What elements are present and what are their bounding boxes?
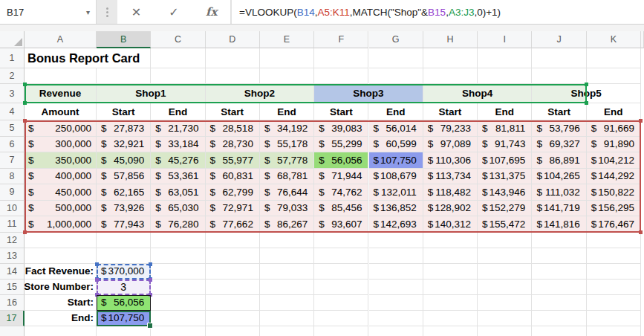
cell-K2[interactable] [587, 68, 641, 84]
cell-K17[interactable] [587, 311, 641, 326]
cell-D5[interactable]: $28,518 [206, 120, 260, 137]
cell-C16[interactable] [151, 295, 205, 311]
cell-H1[interactable] [423, 48, 478, 68]
cell-G10[interactable]: $136,852 [369, 201, 423, 217]
cell-H5[interactable]: $79,233 [423, 120, 478, 137]
cell-D8[interactable]: $60,831 [206, 169, 260, 185]
cell-H2[interactable] [423, 68, 478, 84]
cell-F16[interactable] [314, 295, 368, 311]
cell-F6[interactable]: $55,299 [314, 137, 368, 153]
cell-D17[interactable] [206, 311, 260, 326]
cell-G2[interactable] [369, 68, 423, 84]
row-header-17[interactable]: 17 [0, 311, 25, 326]
cell-A2[interactable] [25, 68, 97, 84]
cell-K18[interactable] [587, 326, 641, 336]
cell-I13[interactable] [478, 248, 532, 264]
cell-H8[interactable]: $113,734 [423, 169, 478, 185]
row-header-13[interactable]: 13 [0, 248, 25, 264]
cell-K11[interactable]: $176,467 [587, 216, 641, 233]
cell-C2[interactable] [151, 68, 205, 84]
cell-D7[interactable]: $55,977 [206, 152, 260, 169]
cell-I12[interactable] [478, 233, 532, 248]
cell-D10[interactable]: $72,971 [206, 201, 260, 217]
cell-A12[interactable] [25, 233, 97, 248]
name-box[interactable]: B17 ▾ [0, 0, 97, 24]
cell-I4[interactable]: End [478, 103, 532, 120]
cell-B16[interactable]: $56,056 [97, 295, 151, 311]
shop-header-Shop1[interactable]: Shop1 [97, 84, 206, 103]
cell-E7[interactable]: $57,778 [260, 152, 314, 169]
cell-F2[interactable] [314, 68, 368, 84]
col-header-C[interactable]: C [151, 31, 205, 48]
cell-E14[interactable] [260, 264, 314, 280]
cell-F13[interactable] [314, 248, 368, 264]
cell-F14[interactable] [314, 264, 368, 280]
cell-E9[interactable]: $76,644 [260, 184, 314, 201]
cell-G6[interactable]: $60,599 [369, 137, 423, 153]
cell-B10[interactable]: $73,926 [97, 201, 151, 217]
cell-J11[interactable]: $141,816 [532, 216, 586, 233]
cell-A11[interactable]: $1,000,000 [25, 216, 97, 233]
cell-I8[interactable]: $131,375 [478, 169, 532, 185]
cell-A8[interactable]: $400,000 [25, 169, 97, 185]
cell-D13[interactable] [206, 248, 260, 264]
cell-I6[interactable]: $91,743 [478, 137, 532, 153]
cell-J12[interactable] [532, 233, 586, 248]
cell-B13[interactable] [97, 248, 151, 264]
cell-A3[interactable]: Revenue [25, 84, 97, 103]
row-header-14[interactable]: 14 [0, 264, 25, 280]
cell-E10[interactable]: $79,033 [260, 201, 314, 217]
cell-C18[interactable] [151, 326, 205, 336]
cell-I1[interactable] [478, 48, 532, 68]
cell-J5[interactable]: $53,796 [532, 120, 586, 137]
cell-C10[interactable]: $65,030 [151, 201, 205, 217]
cell-F15[interactable] [314, 280, 368, 295]
cell-K14[interactable] [587, 264, 641, 280]
cell-J9[interactable]: $111,032 [532, 184, 586, 201]
cell-J13[interactable] [532, 248, 586, 264]
cell-G4[interactable]: End [369, 103, 423, 120]
cell-K1[interactable] [587, 48, 641, 68]
cell-G1[interactable] [369, 48, 423, 68]
cell-D18[interactable] [206, 326, 260, 336]
cell-B15[interactable]: 3 [97, 280, 151, 295]
cell-B8[interactable]: $57,856 [97, 169, 151, 185]
summary-label-16[interactable]: Start: [25, 295, 97, 311]
col-header-D[interactable]: D [206, 31, 260, 48]
cell-B6[interactable]: $32,921 [97, 137, 151, 153]
cell-A4[interactable]: Amount [25, 103, 97, 120]
row-header-12[interactable]: 12 [0, 233, 25, 248]
cell-E2[interactable] [260, 68, 314, 84]
cell-D11[interactable]: $77,662 [206, 216, 260, 233]
cell-K7[interactable]: $104,212 [587, 152, 641, 169]
row-header-16[interactable]: 16 [0, 295, 25, 311]
cell-K15[interactable] [587, 280, 641, 295]
cell-J4[interactable]: Start [532, 103, 586, 120]
cell-F5[interactable]: $39,083 [314, 120, 368, 137]
summary-label-15[interactable]: Store Number: [25, 280, 97, 295]
cell-G13[interactable] [369, 248, 423, 264]
cell-C7[interactable]: $45,276 [151, 152, 205, 169]
cell-I2[interactable] [478, 68, 532, 84]
col-header-E[interactable]: E [260, 31, 314, 48]
cell-K6[interactable]: $91,890 [587, 137, 641, 153]
cell-B2[interactable] [97, 68, 151, 84]
cell-D6[interactable]: $28,730 [206, 137, 260, 153]
cell-G17[interactable] [369, 311, 423, 326]
cell-B11[interactable]: $77,943 [97, 216, 151, 233]
cell-I11[interactable]: $155,472 [478, 216, 532, 233]
cell-I10[interactable]: $152,279 [478, 201, 532, 217]
cell-H12[interactable] [423, 233, 478, 248]
cell-E8[interactable]: $68,781 [260, 169, 314, 185]
cell-C4[interactable]: End [151, 103, 205, 120]
row-header-8[interactable]: 8 [0, 169, 25, 185]
cell-G9[interactable]: $132,011 [369, 184, 423, 201]
cell-E1[interactable] [260, 48, 314, 68]
cell-F1[interactable] [314, 48, 368, 68]
cell-E15[interactable] [260, 280, 314, 295]
cell-F12[interactable] [314, 233, 368, 248]
cell-A5[interactable]: $250,000 [25, 120, 97, 137]
cell-D14[interactable] [206, 264, 260, 280]
cell-G12[interactable] [369, 233, 423, 248]
cancel-icon[interactable]: ✕ [120, 1, 152, 22]
